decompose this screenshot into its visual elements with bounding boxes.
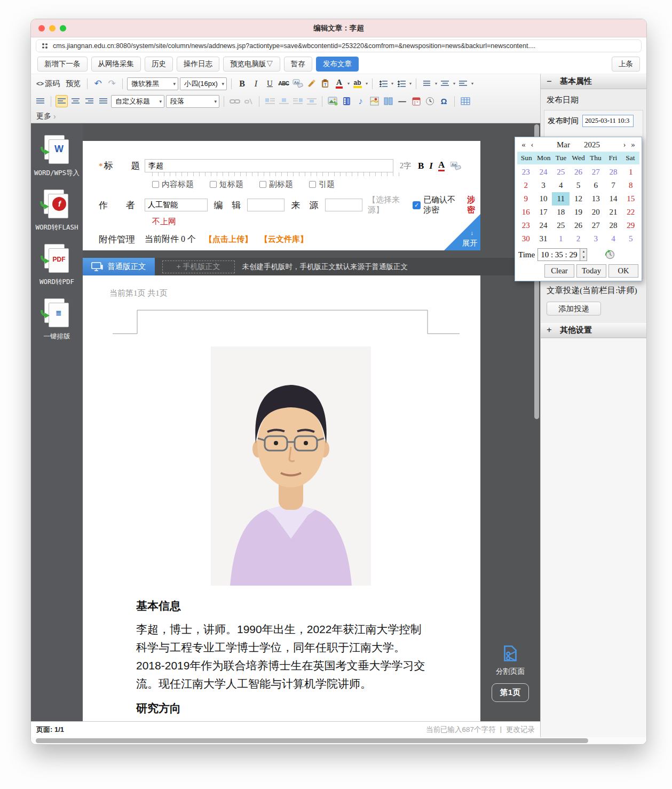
image-align-right-icon[interactable] [291,95,304,107]
basic-properties-header[interactable]: − 基本属性 [541,74,646,89]
insert-media-icon[interactable] [341,95,353,107]
calendar-day[interactable]: 31 [535,232,552,246]
secret-link[interactable]: 涉密 [467,195,480,215]
sidebar-tool[interactable]: W WORD/WPS导入 [34,135,80,178]
calendar-day[interactable]: 22 [622,206,639,219]
action-button[interactable]: 暂存 [284,57,312,72]
italic-icon[interactable]: I [250,77,262,90]
calendar-day[interactable]: 16 [517,206,535,219]
calendar-day[interactable]: 3 [535,179,552,192]
title-option-checkbox[interactable]: 内容标题 [152,179,194,190]
calendar-day[interactable]: 19 [570,206,587,219]
change-log-link[interactable]: 更改记录 [506,725,535,735]
action-button[interactable]: 操作日志 [177,57,219,72]
insert-map-icon[interactable] [368,95,381,107]
strikethrough-icon[interactable]: ABC [278,77,290,90]
calendar-year[interactable]: 2025 [584,140,600,149]
paragraph-select[interactable]: 段落▾ [166,95,219,108]
close-window-button[interactable] [38,25,45,31]
calendar-action-button[interactable]: Today [576,264,606,278]
preview-button[interactable]: 预览 [64,79,83,89]
paste-text-icon[interactable]: T [319,77,331,90]
action-button[interactable]: 预览电脑版▽ [223,57,280,72]
action-button[interactable]: 从网络采集 [91,57,141,72]
calendar-day[interactable]: 24 [535,165,552,179]
source-input[interactable] [325,199,362,211]
unordered-list-icon[interactable] [395,77,407,90]
sidebar-tool[interactable]: ≣ 一键排版 [42,298,72,341]
calendar-day[interactable]: 29 [622,219,639,232]
image-align-left-icon[interactable] [264,95,276,107]
calendar-day[interactable]: 11 [552,192,570,206]
calendar-day[interactable]: 8 [622,179,639,192]
indent-first-line-icon[interactable] [421,77,433,90]
style-select[interactable]: 自定义标题▾ [111,95,164,108]
calendar-day[interactable]: 25 [552,165,570,179]
image-inline-icon[interactable] [305,95,318,107]
calendar-day[interactable]: 2 [517,179,535,192]
insert-image-icon[interactable] [327,95,339,107]
calendar-day[interactable]: 26 [570,165,587,179]
document-canvas[interactable]: 当前第1页 共1页 [83,275,480,721]
minimize-window-button[interactable] [49,25,56,31]
bold-icon[interactable]: B [236,77,248,90]
refresh-time-icon[interactable] [604,249,615,260]
horizontal-scrollbar[interactable] [36,738,588,743]
calendar-action-button[interactable]: OK [608,264,638,278]
calendar-day[interactable]: 7 [605,179,622,192]
tab-desktop-version[interactable]: 普通版正文 [83,258,155,275]
choose-source-link[interactable]: 【选择来源】 [368,195,407,215]
underline-icon[interactable]: U [264,77,276,90]
calendar-day[interactable]: 24 [535,219,552,232]
calendar-day[interactable]: 5 [570,179,587,192]
font-size-select[interactable]: 小四(16px)▾ [180,77,227,90]
time-input[interactable]: 10 : 35 : 29 ▲ ▼ [537,248,587,261]
zoom-window-button[interactable] [60,25,66,31]
calendar-day[interactable]: 18 [552,206,570,219]
tab-mobile-version[interactable]: + 手机版正文 [162,261,235,273]
calendar-day[interactable]: 23 [517,219,535,232]
time-spin-up-icon[interactable]: ▲ [580,249,587,255]
toolbar-more-button[interactable]: 更多› [34,110,537,123]
calendar-day[interactable]: 26 [570,219,587,232]
calendar-action-button[interactable]: Clear [544,264,574,278]
confirmed-checkbox[interactable]: ✓ [413,201,421,209]
title-input[interactable] [145,159,393,172]
font-family-select[interactable]: 微软雅黑▾ [127,77,178,90]
calendar-day[interactable]: 2 [570,232,587,246]
calendar-day[interactable]: 28 [605,165,622,179]
previous-item-button[interactable]: 上条 [612,57,640,72]
action-button[interactable]: 新增下一条 [37,57,88,72]
insert-time-icon[interactable] [424,95,436,107]
highlight-color-icon[interactable]: ab [351,77,363,90]
image-align-center-icon[interactable] [278,95,290,107]
action-button[interactable]: 发布文章 [316,57,359,72]
calendar-day[interactable]: 15 [622,192,639,206]
calendar-day[interactable]: 27 [587,165,605,179]
title-italic-icon[interactable]: I [429,161,433,171]
calendar-day[interactable]: 1 [552,232,570,246]
calendar-day[interactable]: 20 [587,206,605,219]
calendar-day[interactable]: 10 [535,192,552,206]
paragraph-spacing-icon[interactable] [439,77,451,90]
author-input[interactable] [145,199,208,211]
title-pinyin-icon[interactable]: Aa [450,162,461,170]
title-option-checkbox[interactable]: 短标题 [210,179,243,190]
editor-input[interactable] [247,199,284,211]
redo-icon[interactable]: ↷ [106,77,118,90]
upload-link[interactable]: 【点击上传】 [204,234,252,244]
calendar-day[interactable]: 30 [517,232,535,246]
font-color-icon[interactable]: A [333,77,345,90]
add-delivery-button[interactable]: 添加投递 [547,302,601,315]
title-color-icon[interactable]: A [438,160,445,171]
special-char-icon[interactable]: Ω [438,95,450,107]
calendar-day[interactable]: 23 [517,165,535,179]
publish-time-input[interactable] [582,115,634,127]
calendar-day[interactable]: 4 [605,232,622,246]
insert-table-icon[interactable] [459,95,471,107]
next-month-icon[interactable]: › [620,140,629,149]
line-height-icon[interactable] [457,77,469,90]
calendar-day[interactable]: 25 [552,219,570,232]
title-bold-icon[interactable]: B [418,161,424,171]
portrait-photo[interactable] [211,346,371,586]
